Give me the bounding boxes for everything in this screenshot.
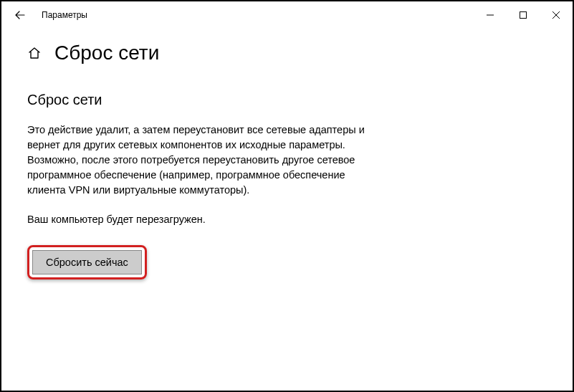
maximize-button[interactable] [507,1,540,29]
content: Сброс сети Это действие удалит, а затем … [1,64,573,279]
window-controls [474,1,573,29]
arrow-left-icon [15,10,25,20]
window-title: Параметры [42,10,474,20]
close-button[interactable] [540,1,573,29]
minimize-icon [487,11,494,19]
restart-note: Ваш компьютер будет перезагружен. [27,214,547,225]
reset-now-button[interactable]: Сбросить сейчас [32,250,142,274]
section-title: Сброс сети [27,92,547,108]
maximize-icon [520,11,527,19]
reset-button-highlight: Сбросить сейчас [27,245,147,279]
description-text: Это действие удалит, а затем переустанов… [27,123,371,198]
back-button[interactable] [11,10,29,20]
minimize-button[interactable] [474,1,507,29]
page-header: Сброс сети [1,29,573,64]
titlebar: Параметры [1,1,573,29]
close-icon [553,11,560,19]
home-button[interactable] [27,46,42,60]
home-icon [27,46,42,60]
svg-rect-0 [520,12,527,19]
page-title: Сброс сети [54,42,159,64]
